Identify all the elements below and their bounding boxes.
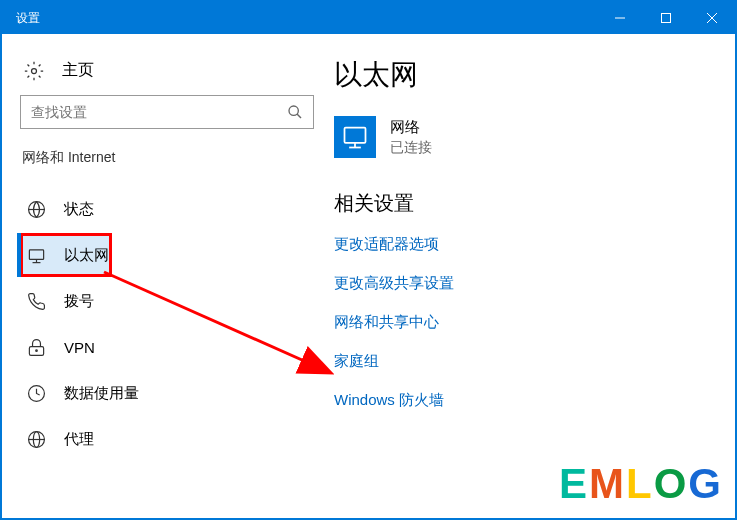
globe-icon [26, 199, 46, 219]
nav-item-data-usage[interactable]: 数据使用量 [20, 371, 334, 415]
watermark: EMLOG [559, 460, 723, 508]
svg-rect-1 [662, 14, 671, 23]
network-info: 网络 已连接 [390, 118, 432, 157]
search-input[interactable] [31, 104, 287, 120]
close-button[interactable] [689, 2, 735, 34]
titlebar: 设置 [2, 2, 735, 34]
nav-item-status[interactable]: 状态 [20, 187, 334, 231]
nav-label: VPN [64, 339, 95, 356]
page-title: 以太网 [334, 56, 735, 94]
maximize-button[interactable] [643, 2, 689, 34]
nav-item-ethernet[interactable]: 以太网 [20, 233, 112, 277]
network-status: 已连接 [390, 139, 432, 157]
data-usage-icon [26, 383, 46, 403]
close-icon [707, 13, 717, 23]
nav-label: 拨号 [64, 292, 94, 311]
maximize-icon [661, 13, 671, 23]
link-adapter-options[interactable]: 更改适配器选项 [334, 235, 735, 254]
link-homegroup[interactable]: 家庭组 [334, 352, 735, 371]
nav-list: 状态 以太网 拨号 VPN [20, 187, 334, 461]
proxy-icon [26, 429, 46, 449]
nav-label: 状态 [64, 200, 94, 219]
nav-label: 代理 [64, 430, 94, 449]
network-item[interactable]: 网络 已连接 [334, 116, 735, 158]
svg-point-4 [32, 68, 37, 73]
search-icon [287, 104, 303, 120]
link-firewall[interactable]: Windows 防火墙 [334, 391, 735, 410]
gear-icon [24, 61, 44, 81]
nav-item-vpn[interactable]: VPN [20, 325, 334, 369]
content-area: 主页 网络和 Internet 状态 以太网 [2, 34, 735, 518]
svg-rect-9 [29, 249, 43, 259]
phone-icon [26, 291, 46, 311]
link-advanced-sharing[interactable]: 更改高级共享设置 [334, 274, 735, 293]
sidebar: 主页 网络和 Internet 状态 以太网 [2, 34, 334, 518]
window-title: 设置 [16, 10, 597, 27]
related-settings-title: 相关设置 [334, 190, 735, 217]
minimize-icon [615, 13, 625, 23]
nav-label: 以太网 [64, 246, 109, 265]
svg-point-5 [289, 106, 298, 115]
nav-item-dialup[interactable]: 拨号 [20, 279, 334, 323]
minimize-button[interactable] [597, 2, 643, 34]
search-box[interactable] [20, 95, 314, 129]
home-label: 主页 [62, 60, 94, 81]
main-panel: 以太网 网络 已连接 相关设置 更改适配器选项 更改高级共享设置 网络和共享中心… [334, 34, 735, 518]
vpn-icon [26, 337, 46, 357]
related-links: 更改适配器选项 更改高级共享设置 网络和共享中心 家庭组 Windows 防火墙 [334, 235, 735, 410]
svg-point-13 [35, 349, 37, 351]
svg-rect-18 [345, 128, 366, 143]
nav-label: 数据使用量 [64, 384, 139, 403]
link-network-center[interactable]: 网络和共享中心 [334, 313, 735, 332]
nav-item-proxy[interactable]: 代理 [20, 417, 334, 461]
network-name: 网络 [390, 118, 432, 137]
ethernet-icon [26, 245, 46, 265]
network-icon [334, 116, 376, 158]
category-label: 网络和 Internet [20, 149, 334, 167]
svg-line-6 [297, 114, 301, 118]
home-link[interactable]: 主页 [20, 52, 334, 95]
window-controls [597, 2, 735, 34]
